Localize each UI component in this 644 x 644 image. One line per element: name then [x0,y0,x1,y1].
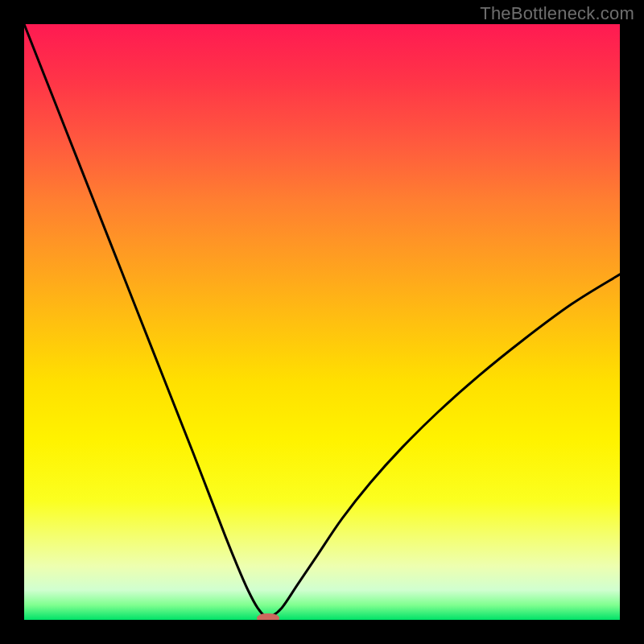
optimal-marker [257,613,279,620]
watermark-text: TheBottleneck.com [480,3,634,24]
curve-svg [24,24,620,620]
bottleneck-curve [24,24,620,618]
plot-area [24,24,620,620]
chart-frame: TheBottleneck.com [0,0,644,644]
